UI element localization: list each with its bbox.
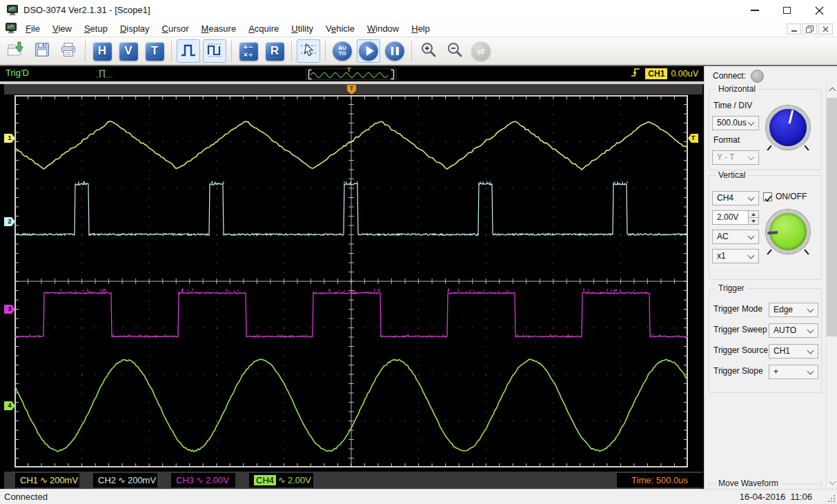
toolbar: HVT+−×÷RAUTO⇄ — [0, 37, 837, 65]
channel-4-position-marker[interactable]: 4 — [4, 401, 15, 410]
pulse-waveform-icon — [95, 68, 115, 83]
menu-item-acquire[interactable]: Acquire — [242, 21, 285, 37]
sync-icon: ⇄ — [471, 41, 491, 61]
trigger-status-bar: Trig'D T CH1 0.00uV — [0, 66, 704, 81]
channel-1-badge[interactable]: CH1∿200mV — [15, 473, 79, 487]
channel-onoff-checkbox[interactable] — [763, 192, 772, 201]
trigger-sweep-select[interactable]: AUTO — [769, 323, 818, 338]
channel-2-badge[interactable]: CH2∿200mV — [93, 473, 157, 487]
scrollbar-up-button[interactable] — [827, 83, 837, 96]
menu-item-window[interactable]: Window — [361, 21, 405, 37]
toolbar-zoom-in-button[interactable] — [417, 39, 440, 63]
close-icon — [815, 6, 824, 15]
horizontal-position-ruler: T — [4, 84, 702, 94]
maximize-button[interactable] — [771, 0, 803, 21]
scope-document-icon[interactable] — [6, 23, 17, 34]
menu-item-cursor[interactable]: Cursor — [156, 21, 195, 37]
toolbar-pulse-train-button[interactable] — [203, 39, 226, 63]
minimize-button[interactable] — [738, 0, 771, 21]
trigger-readout: CH1 0.00uV — [630, 68, 698, 79]
toolbar-run-button[interactable] — [357, 39, 380, 63]
chevron-down-icon — [829, 478, 836, 485]
toolbar-pause-button[interactable] — [383, 39, 406, 63]
channel-select[interactable]: CH4 — [712, 191, 759, 205]
menu-item-help[interactable]: Help — [405, 21, 436, 37]
application-window: DSO-3074 Ver2.1.31 - [Scope1] FileViewSe… — [0, 0, 837, 504]
toolbar-self-calibration-button[interactable]: ⇄ — [469, 39, 493, 63]
zoom-in-icon — [420, 41, 437, 61]
spinner-up-button[interactable] — [749, 211, 758, 218]
coupling-select[interactable]: AC — [712, 230, 759, 244]
trigger-source-select[interactable]: CH1 — [769, 344, 818, 359]
toolbar-vertical-setup-button[interactable]: V — [117, 39, 140, 63]
menu-item-display[interactable]: Display — [114, 21, 156, 37]
trigger-slope-select[interactable]: + — [769, 365, 818, 379]
title-bar: DSO-3074 Ver2.1.31 - [Scope1] — [0, 0, 837, 21]
format-select[interactable]: Y - T — [712, 150, 759, 165]
horizontal-timebase-knob[interactable] — [766, 105, 810, 150]
panel-scrollbar[interactable] — [826, 83, 837, 489]
channel-3-badge[interactable]: CH3∿2.00V — [171, 473, 235, 487]
menu-item-file[interactable]: File — [19, 21, 46, 37]
scrollbar-thumb[interactable] — [827, 98, 837, 336]
trigger-level-marker[interactable]: T — [688, 134, 698, 143]
control-panel: Connect: Horizontal Time / DIV 500.0us F… — [704, 66, 837, 489]
toolbar-single-pulse-button[interactable] — [177, 39, 200, 63]
toolbar-save-button[interactable] — [30, 39, 54, 63]
vertical-scale-knob[interactable] — [766, 210, 810, 254]
reference-wave-letter-icon: R — [266, 42, 284, 61]
pause-icon — [385, 41, 404, 61]
menu-item-vehicle[interactable]: Vehicle — [319, 21, 361, 37]
channel-3-position-marker[interactable]: 3 — [4, 305, 15, 314]
mdi-close-button[interactable] — [818, 23, 833, 34]
trigger-group-title: Trigger — [716, 283, 747, 293]
menu-item-setup[interactable]: Setup — [78, 21, 114, 37]
menu-bar: FileViewSetupDisplayCursorMeasureAcquire… — [0, 21, 837, 37]
toolbar-auto-set-button[interactable]: AUTO — [331, 39, 354, 63]
volts-div-spinner[interactable]: 2.00V — [712, 210, 759, 225]
menu-item-measure[interactable]: Measure — [195, 21, 243, 37]
maximize-icon — [783, 7, 791, 14]
knob-foot — [767, 249, 771, 254]
toolbar-zoom-out-button[interactable] — [443, 39, 466, 63]
time-div-select[interactable]: 500.0us — [712, 116, 759, 130]
toolbar-reference-wave-button[interactable]: R — [263, 39, 286, 63]
trigger-setup-letter-icon: T — [146, 42, 164, 61]
toolbar-open-button[interactable] — [4, 39, 28, 63]
trigger-sweep-label: Trigger Sweep — [713, 325, 767, 334]
trigger-level-readout: 0.00uV — [671, 69, 698, 79]
waveform-position-indicator[interactable]: T — [306, 68, 397, 80]
knob-foot — [804, 249, 809, 254]
scrollbar-down-button[interactable] — [827, 476, 837, 489]
folder-open-icon — [7, 41, 25, 61]
toolbar-print-button[interactable] — [57, 39, 80, 63]
window-title: DSO-3074 Ver2.1.31 - [Scope1] — [23, 0, 150, 21]
mdi-minimize-button[interactable] — [787, 23, 801, 34]
channel-1-position-marker[interactable]: 1 — [4, 134, 15, 143]
minimize-icon — [751, 10, 759, 11]
trigger-mode-select[interactable]: Edge — [769, 303, 818, 317]
trigger-position-marker[interactable]: T — [347, 85, 356, 94]
channel-badge-row: Time: 500.0us CH1∿200mVCH2∿200mVCH3∿2.00… — [4, 472, 702, 489]
resize-grip[interactable] — [827, 494, 835, 502]
mdi-restore-button[interactable] — [802, 23, 817, 34]
close-button[interactable] — [803, 0, 836, 21]
toolbar-horizontal-setup-button[interactable]: H — [90, 39, 114, 63]
toolbar-math-button[interactable]: +−×÷ — [237, 39, 260, 63]
pulse-icon — [179, 41, 197, 61]
horizontal-group-title: Horizontal — [716, 84, 758, 94]
status-bar: Connected 16-04-2016 11:06 — [0, 489, 837, 504]
menu-item-utility[interactable]: Utility — [285, 21, 319, 37]
channel-2-position-marker[interactable]: 2 — [4, 217, 15, 226]
toolbar-trigger-setup-button[interactable]: T — [143, 39, 166, 63]
spinner-down-button[interactable] — [749, 218, 758, 224]
chevron-up-icon — [829, 88, 836, 94]
probe-select[interactable]: x1 — [712, 249, 759, 263]
onoff-label: ON/OFF — [776, 192, 807, 201]
floppy-icon — [34, 41, 50, 61]
menu-item-view[interactable]: View — [46, 21, 78, 37]
toolbar-cursor-measure-button[interactable] — [297, 39, 320, 63]
pulse-train-icon — [206, 41, 224, 61]
channel-4-badge[interactable]: CH4∿2.00V — [249, 473, 313, 487]
trigger-mode-label: Trigger Mode — [713, 304, 762, 314]
